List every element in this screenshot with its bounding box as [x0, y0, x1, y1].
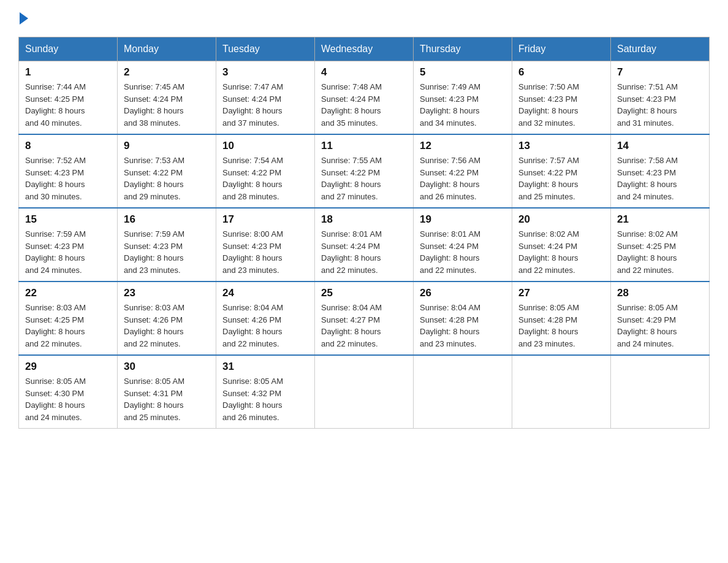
day-info: Sunrise: 7:45 AMSunset: 4:24 PMDaylight:… [124, 81, 210, 129]
day-number: 7 [617, 66, 703, 79]
day-info: Sunrise: 7:55 AMSunset: 4:22 PMDaylight:… [321, 155, 407, 202]
calendar-week-row: 8Sunrise: 7:52 AMSunset: 4:23 PMDaylight… [19, 134, 710, 208]
calendar-cell: 20Sunrise: 8:02 AMSunset: 4:24 PMDayligh… [512, 208, 611, 282]
calendar-cell: 3Sunrise: 7:47 AMSunset: 4:24 PMDaylight… [216, 61, 315, 135]
calendar-cell: 10Sunrise: 7:54 AMSunset: 4:22 PMDayligh… [216, 134, 315, 208]
calendar-cell: 25Sunrise: 8:04 AMSunset: 4:27 PMDayligh… [315, 282, 414, 355]
day-info: Sunrise: 8:04 AMSunset: 4:28 PMDaylight:… [420, 302, 506, 350]
page-header [18, 12, 710, 25]
day-info: Sunrise: 7:56 AMSunset: 4:22 PMDaylight:… [420, 155, 506, 202]
calendar-cell [512, 355, 611, 429]
day-info: Sunrise: 8:00 AMSunset: 4:23 PMDaylight:… [222, 228, 308, 276]
day-number: 19 [420, 213, 506, 226]
day-info: Sunrise: 7:57 AMSunset: 4:22 PMDaylight:… [518, 155, 604, 202]
calendar-cell: 22Sunrise: 8:03 AMSunset: 4:25 PMDayligh… [19, 282, 118, 355]
calendar-cell [315, 355, 414, 429]
calendar-week-row: 1Sunrise: 7:44 AMSunset: 4:25 PMDaylight… [19, 61, 710, 135]
day-number: 28 [617, 287, 703, 299]
calendar-cell: 12Sunrise: 7:56 AMSunset: 4:22 PMDayligh… [414, 134, 512, 208]
day-info: Sunrise: 8:03 AMSunset: 4:25 PMDaylight:… [25, 302, 111, 350]
day-number: 9 [124, 140, 210, 152]
column-header-monday: Monday [118, 37, 216, 61]
column-header-sunday: Sunday [19, 37, 118, 61]
day-number: 2 [124, 66, 210, 79]
calendar-cell: 8Sunrise: 7:52 AMSunset: 4:23 PMDaylight… [19, 134, 118, 208]
day-number: 6 [518, 66, 604, 79]
day-info: Sunrise: 7:44 AMSunset: 4:25 PMDaylight:… [25, 81, 111, 129]
calendar-cell: 6Sunrise: 7:50 AMSunset: 4:23 PMDaylight… [512, 61, 611, 135]
calendar-cell: 21Sunrise: 8:02 AMSunset: 4:25 PMDayligh… [611, 208, 710, 282]
calendar-week-row: 15Sunrise: 7:59 AMSunset: 4:23 PMDayligh… [19, 208, 710, 282]
day-info: Sunrise: 8:04 AMSunset: 4:26 PMDaylight:… [222, 302, 308, 350]
logo [18, 12, 29, 25]
calendar-cell: 29Sunrise: 8:05 AMSunset: 4:30 PMDayligh… [19, 355, 118, 429]
calendar-header-row: SundayMondayTuesdayWednesdayThursdayFrid… [19, 37, 710, 61]
day-info: Sunrise: 7:52 AMSunset: 4:23 PMDaylight:… [25, 155, 111, 202]
day-info: Sunrise: 8:05 AMSunset: 4:32 PMDaylight:… [222, 375, 308, 423]
calendar-cell: 16Sunrise: 7:59 AMSunset: 4:23 PMDayligh… [118, 208, 216, 282]
calendar-cell: 30Sunrise: 8:05 AMSunset: 4:31 PMDayligh… [118, 355, 216, 429]
day-info: Sunrise: 8:02 AMSunset: 4:25 PMDaylight:… [617, 228, 703, 276]
day-info: Sunrise: 8:01 AMSunset: 4:24 PMDaylight:… [321, 228, 407, 276]
calendar-cell: 4Sunrise: 7:48 AMSunset: 4:24 PMDaylight… [315, 61, 414, 135]
column-header-wednesday: Wednesday [315, 37, 414, 61]
calendar-cell: 5Sunrise: 7:49 AMSunset: 4:23 PMDaylight… [414, 61, 512, 135]
day-info: Sunrise: 7:59 AMSunset: 4:23 PMDaylight:… [124, 228, 210, 276]
day-number: 16 [124, 213, 210, 226]
calendar-cell: 31Sunrise: 8:05 AMSunset: 4:32 PMDayligh… [216, 355, 315, 429]
day-number: 23 [124, 287, 210, 299]
calendar-cell: 7Sunrise: 7:51 AMSunset: 4:23 PMDaylight… [611, 61, 710, 135]
calendar-cell: 28Sunrise: 8:05 AMSunset: 4:29 PMDayligh… [611, 282, 710, 355]
day-info: Sunrise: 8:01 AMSunset: 4:24 PMDaylight:… [420, 228, 506, 276]
day-number: 24 [222, 287, 308, 299]
day-number: 15 [25, 213, 111, 226]
day-info: Sunrise: 7:54 AMSunset: 4:22 PMDaylight:… [222, 155, 308, 202]
day-info: Sunrise: 8:04 AMSunset: 4:27 PMDaylight:… [321, 302, 407, 350]
calendar-cell: 15Sunrise: 7:59 AMSunset: 4:23 PMDayligh… [19, 208, 118, 282]
day-number: 17 [222, 213, 308, 226]
day-number: 26 [420, 287, 506, 299]
calendar-cell: 23Sunrise: 8:03 AMSunset: 4:26 PMDayligh… [118, 282, 216, 355]
day-number: 21 [617, 213, 703, 226]
day-number: 1 [25, 66, 111, 79]
day-number: 22 [25, 287, 111, 299]
day-number: 14 [617, 140, 703, 152]
day-number: 18 [321, 213, 407, 226]
calendar-cell: 19Sunrise: 8:01 AMSunset: 4:24 PMDayligh… [414, 208, 512, 282]
calendar-cell: 1Sunrise: 7:44 AMSunset: 4:25 PMDaylight… [19, 61, 118, 135]
calendar-cell: 26Sunrise: 8:04 AMSunset: 4:28 PMDayligh… [414, 282, 512, 355]
day-number: 25 [321, 287, 407, 299]
day-number: 10 [222, 140, 308, 152]
day-number: 27 [518, 287, 604, 299]
day-info: Sunrise: 8:05 AMSunset: 4:30 PMDaylight:… [25, 375, 111, 423]
calendar-cell: 24Sunrise: 8:04 AMSunset: 4:26 PMDayligh… [216, 282, 315, 355]
column-header-saturday: Saturday [611, 37, 710, 61]
calendar-cell: 14Sunrise: 7:58 AMSunset: 4:23 PMDayligh… [611, 134, 710, 208]
calendar-table: SundayMondayTuesdayWednesdayThursdayFrid… [18, 37, 710, 429]
calendar-cell: 27Sunrise: 8:05 AMSunset: 4:28 PMDayligh… [512, 282, 611, 355]
column-header-thursday: Thursday [414, 37, 512, 61]
day-info: Sunrise: 7:53 AMSunset: 4:22 PMDaylight:… [124, 155, 210, 202]
calendar-cell [611, 355, 710, 429]
day-number: 3 [222, 66, 308, 79]
day-number: 13 [518, 140, 604, 152]
calendar-cell: 2Sunrise: 7:45 AMSunset: 4:24 PMDaylight… [118, 61, 216, 135]
day-info: Sunrise: 7:59 AMSunset: 4:23 PMDaylight:… [25, 228, 111, 276]
column-header-friday: Friday [512, 37, 611, 61]
day-info: Sunrise: 7:47 AMSunset: 4:24 PMDaylight:… [222, 81, 308, 129]
calendar-week-row: 22Sunrise: 8:03 AMSunset: 4:25 PMDayligh… [19, 282, 710, 355]
day-info: Sunrise: 7:50 AMSunset: 4:23 PMDaylight:… [518, 81, 604, 129]
day-number: 20 [518, 213, 604, 226]
calendar-cell [414, 355, 512, 429]
day-info: Sunrise: 8:05 AMSunset: 4:28 PMDaylight:… [518, 302, 604, 350]
day-info: Sunrise: 7:51 AMSunset: 4:23 PMDaylight:… [617, 81, 703, 129]
day-number: 12 [420, 140, 506, 152]
day-info: Sunrise: 7:49 AMSunset: 4:23 PMDaylight:… [420, 81, 506, 129]
logo-triangle-icon [20, 12, 28, 25]
calendar-cell: 9Sunrise: 7:53 AMSunset: 4:22 PMDaylight… [118, 134, 216, 208]
day-number: 29 [25, 361, 111, 373]
day-number: 11 [321, 140, 407, 152]
day-number: 30 [124, 361, 210, 373]
day-info: Sunrise: 8:03 AMSunset: 4:26 PMDaylight:… [124, 302, 210, 350]
column-header-tuesday: Tuesday [216, 37, 315, 61]
